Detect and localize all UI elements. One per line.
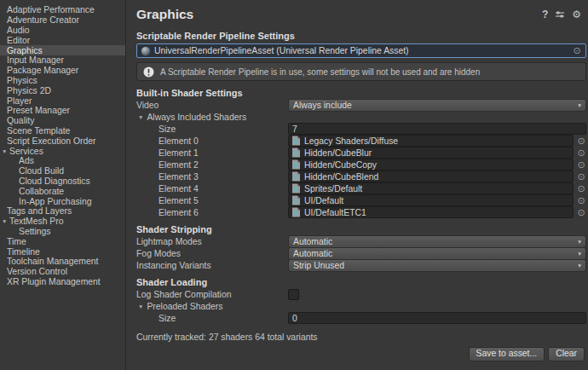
foldout-arrow-icon: ▼ xyxy=(138,114,143,120)
sidebar-item[interactable]: ▼ Physics xyxy=(0,76,125,86)
pane-header: Graphics ? ⚙ xyxy=(136,4,586,25)
sidebar-item[interactable]: ▼ Input Manager xyxy=(0,55,125,66)
shader-object-field[interactable]: Hidden/CubeBlur xyxy=(288,147,574,159)
shader-element-row: Element 3 Hidden/CubeBlend ⊙ xyxy=(136,171,586,182)
sidebar-item-label: Editor xyxy=(7,36,30,45)
sidebar-item[interactable]: ▼ TextMesh Pro xyxy=(0,217,125,227)
sidebar-item-label: Input Manager xyxy=(7,55,64,65)
sidebar-item-label: Physics xyxy=(7,76,37,85)
log-shader-compilation-checkbox[interactable] xyxy=(288,289,299,300)
sidebar-item-label: XR Plugin Management xyxy=(7,277,101,286)
srp-object-field-value: UniversalRenderPipelineAsset (Universal … xyxy=(154,46,409,55)
object-picker-icon[interactable]: ⊙ xyxy=(576,208,586,217)
shader-object-field[interactable]: Sprites/Default xyxy=(288,182,574,194)
sidebar-item[interactable]: ▼ Package Manager xyxy=(0,66,125,76)
object-picker-icon[interactable]: ⊙ xyxy=(576,196,586,205)
settings-sidebar: ▼ Adaptive Performance ▼ Adventure Creat… xyxy=(0,0,126,370)
info-icon xyxy=(143,66,154,78)
shader-object-field[interactable]: Legacy Shaders/Diffuse xyxy=(288,135,574,147)
sidebar-item[interactable]: ▼ Preset Manager xyxy=(0,106,125,116)
sidebar-item[interactable]: ▼ Collaborate xyxy=(0,186,125,196)
sidebar-item[interactable]: ▼ Services xyxy=(0,146,125,156)
sidebar-item[interactable]: ▼ Physics 2D xyxy=(0,85,125,95)
sidebar-item-label: Time xyxy=(7,237,26,246)
srp-info-text: A Scriptable Render Pipeline is in use, … xyxy=(160,67,480,77)
foldout-arrow-icon[interactable]: ▼ xyxy=(2,148,9,154)
help-icon[interactable]: ? xyxy=(542,9,548,20)
foldout-arrow-icon[interactable]: ▼ xyxy=(2,218,9,224)
shader-object-field[interactable]: Hidden/CubeBlend xyxy=(288,171,574,182)
sidebar-item[interactable]: ▼ Version Control xyxy=(0,267,125,277)
shader-object-field[interactable]: UI/DefaultETC1 xyxy=(288,206,574,218)
sidebar-item[interactable]: ▼ Player xyxy=(0,95,125,106)
sidebar-item-label: Toolchain Management xyxy=(7,257,98,266)
sidebar-item[interactable]: ▼ Editor xyxy=(0,35,125,45)
sidebar-item[interactable]: ▼ Timeline xyxy=(0,246,125,257)
sidebar-item[interactable]: ▼ Scene Template xyxy=(0,126,125,136)
element-label: Element 1 xyxy=(136,148,288,158)
element-label: Element 5 xyxy=(136,196,288,205)
stripping-dropdown[interactable]: Automatic ▾ xyxy=(288,247,586,260)
shader-element-row: Element 4 Sprites/Default ⊙ xyxy=(136,182,586,194)
sidebar-item[interactable]: ▼ Audio xyxy=(0,26,125,36)
always-included-shaders-foldout[interactable]: ▼ Always Included Shaders xyxy=(136,111,586,123)
shader-element-row: Element 1 Hidden/CubeBlur ⊙ xyxy=(136,147,586,159)
object-picker-icon[interactable]: ⊙ xyxy=(576,172,586,182)
shader-element-row: Element 6 UI/DefaultETC1 ⊙ xyxy=(136,206,586,218)
sidebar-item[interactable]: ▼ Graphics xyxy=(0,45,125,55)
object-picker-icon[interactable]: ⊙ xyxy=(576,148,586,158)
object-picker-icon[interactable]: ⊙ xyxy=(576,184,586,194)
sidebar-item[interactable]: ▼ Cloud Build xyxy=(0,166,125,176)
save-to-asset-button[interactable]: Save to asset... xyxy=(469,347,545,361)
shader-icon xyxy=(291,147,301,158)
sidebar-item[interactable]: ▼ Tags and Layers xyxy=(0,206,125,217)
size-label: Size xyxy=(136,314,288,323)
array-size-field[interactable]: 7 xyxy=(288,123,586,135)
sidebar-item-label: Quality xyxy=(7,116,34,125)
stripping-dropdown[interactable]: Strip Unused ▾ xyxy=(288,259,586,272)
video-dropdown[interactable]: Always include ▾ xyxy=(288,99,586,112)
sidebar-item[interactable]: ▼ Quality xyxy=(0,116,125,126)
stripping-dropdown-value: Strip Unused xyxy=(293,261,344,270)
array-size-field[interactable]: 0 xyxy=(288,312,586,324)
shader-object-field-value: UI/DefaultETC1 xyxy=(304,208,366,217)
sidebar-item-label: Script Execution Order xyxy=(7,136,96,146)
sidebar-item[interactable]: ▼ Script Execution Order xyxy=(0,136,125,146)
shader-object-field-value: Hidden/CubeBlur xyxy=(304,148,372,158)
shader-object-field-value: Legacy Shaders/Diffuse xyxy=(304,136,398,146)
object-picker-icon[interactable]: ⊙ xyxy=(576,136,586,146)
sidebar-item[interactable]: ▼ Adaptive Performance xyxy=(0,5,125,15)
sidebar-item[interactable]: ▼ XR Plugin Management xyxy=(0,277,125,287)
sidebar-item[interactable]: ▼ Adventure Creator xyxy=(0,15,125,26)
clear-button[interactable]: Clear xyxy=(548,347,585,361)
shader-object-field[interactable]: UI/Default xyxy=(288,194,574,206)
sidebar-item-label: Tags and Layers xyxy=(7,206,72,216)
object-picker-icon[interactable]: ⊙ xyxy=(572,46,582,55)
stripping-section-title: Shader Stripping xyxy=(136,223,586,235)
shader-element-row: Element 5 UI/Default ⊙ xyxy=(136,194,586,206)
preset-icon[interactable] xyxy=(555,9,565,20)
shader-object-field-value: UI/Default xyxy=(304,196,343,205)
preloaded-shaders-foldout[interactable]: ▼ Preloaded Shaders xyxy=(136,300,586,312)
sidebar-item[interactable]: ▼ Ads xyxy=(0,156,125,166)
tracked-shaders-status: Currently tracked: 27 shaders 64 total v… xyxy=(136,331,586,343)
stripping-dropdown[interactable]: Automatic ▾ xyxy=(288,235,586,248)
pipeline-asset-icon xyxy=(141,46,151,56)
element-label: Element 6 xyxy=(136,208,288,217)
sidebar-item[interactable]: ▼ Toolchain Management xyxy=(0,257,125,267)
loading-section-title: Shader Loading xyxy=(136,276,586,288)
stripping-row: Instancing Variants Strip Unused ▾ xyxy=(136,259,586,271)
gear-icon[interactable]: ⚙ xyxy=(572,9,581,20)
element-label: Element 4 xyxy=(136,184,288,194)
sidebar-item[interactable]: ▼ Time xyxy=(0,236,125,246)
sidebar-item-label: Services xyxy=(9,147,43,156)
sidebar-item[interactable]: ▼ Settings xyxy=(0,227,125,237)
srp-section-title: Scriptable Render Pipeline Settings xyxy=(136,30,586,42)
sidebar-item[interactable]: ▼ Cloud Diagnostics xyxy=(0,176,125,187)
srp-pipeline-object-field[interactable]: UniversalRenderPipelineAsset (Universal … xyxy=(136,43,586,58)
shader-object-field[interactable]: Hidden/CubeCopy xyxy=(288,159,574,171)
sidebar-item-label: Graphics xyxy=(7,46,43,55)
log-shader-compilation-label: Log Shader Compilation xyxy=(136,290,288,299)
sidebar-item[interactable]: ▼ In-App Purchasing xyxy=(0,196,125,206)
object-picker-icon[interactable]: ⊙ xyxy=(576,160,586,170)
